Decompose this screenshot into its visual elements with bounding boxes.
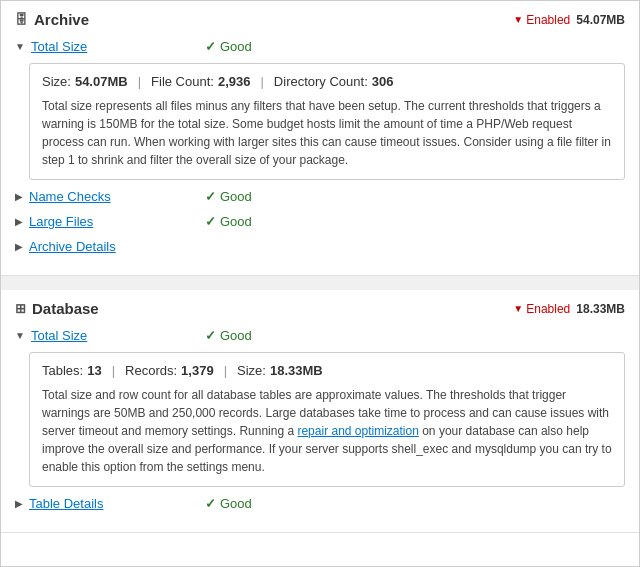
db-size-value: 18.33MB	[270, 363, 323, 378]
archive-large-files-toggle[interactable]: ▶	[15, 216, 23, 227]
db-table-details-header[interactable]: ▶ Table Details ✓ Good	[15, 493, 625, 514]
archive-enabled-label: Enabled	[526, 13, 570, 27]
database-section: ⊞ Database ▼ Enabled 18.33MB ▼ Total Siz…	[1, 290, 639, 533]
db-table-details-status-label: Good	[220, 496, 252, 511]
archive-section-header: 🗄 Archive ▼ Enabled 54.07MB	[15, 11, 625, 28]
db-tables-stat: Tables: 13	[42, 363, 102, 378]
archive-sep1: |	[138, 74, 141, 89]
archive-large-files-status: ✓ Good	[205, 214, 252, 229]
db-size-label: Size:	[237, 363, 266, 378]
archive-large-files-status-label: Good	[220, 214, 252, 229]
database-title-group: ⊞ Database	[15, 300, 99, 317]
db-total-size-header[interactable]: ▼ Total Size ✓ Good	[15, 325, 625, 346]
db-table-details-label-area: ▶ Table Details	[15, 496, 175, 511]
archive-total-size-check-icon: ✓	[205, 39, 216, 54]
database-size: 18.33MB	[576, 302, 625, 316]
main-container: 🗄 Archive ▼ Enabled 54.07MB ▼ Total Size…	[0, 0, 640, 567]
database-enabled-badge: ▼ Enabled	[513, 302, 570, 316]
archive-total-size-description: Total size represents all files minus an…	[42, 97, 612, 169]
db-total-size-link[interactable]: Total Size	[31, 328, 87, 343]
archive-file-count-value: 2,936	[218, 74, 251, 89]
archive-title: Archive	[34, 11, 89, 28]
archive-total-size-status-label: Good	[220, 39, 252, 54]
database-enabled-arrow: ▼	[513, 303, 523, 314]
db-table-details-toggle[interactable]: ▶	[15, 498, 23, 509]
archive-total-size-stats: Size: 54.07MB | File Count: 2,936 | Dire…	[42, 74, 612, 89]
db-records-value: 1,379	[181, 363, 214, 378]
archive-enabled-badge: ▼ Enabled	[513, 13, 570, 27]
db-tables-label: Tables:	[42, 363, 83, 378]
db-size-stat: Size: 18.33MB	[237, 363, 323, 378]
archive-total-size-toggle[interactable]: ▼	[15, 41, 25, 52]
archive-meta: ▼ Enabled 54.07MB	[513, 13, 625, 27]
db-total-size-label-area: ▼ Total Size	[15, 328, 175, 343]
archive-name-checks-check-icon: ✓	[205, 189, 216, 204]
archive-large-files-header[interactable]: ▶ Large Files ✓ Good	[15, 211, 625, 232]
archive-size: 54.07MB	[576, 13, 625, 27]
archive-details-header[interactable]: ▶ Archive Details	[15, 236, 625, 257]
archive-title-group: 🗄 Archive	[15, 11, 89, 28]
archive-large-files-link[interactable]: Large Files	[29, 214, 93, 229]
db-total-size-stats: Tables: 13 | Records: 1,379 | Size: 18.3…	[42, 363, 612, 378]
db-total-size-info-box: Tables: 13 | Records: 1,379 | Size: 18.3…	[29, 352, 625, 487]
archive-total-size-label-area: ▼ Total Size	[15, 39, 175, 54]
database-title: Database	[32, 300, 99, 317]
archive-name-checks-status: ✓ Good	[205, 189, 252, 204]
archive-name-checks-toggle[interactable]: ▶	[15, 191, 23, 202]
db-total-size-row: ▼ Total Size ✓ Good Tables: 13 | Records…	[15, 325, 625, 487]
db-total-size-description: Total size and row count for all databas…	[42, 386, 612, 476]
database-meta: ▼ Enabled 18.33MB	[513, 302, 625, 316]
db-table-details-row: ▶ Table Details ✓ Good	[15, 493, 625, 514]
db-total-size-check-icon: ✓	[205, 328, 216, 343]
archive-dir-count-value: 306	[372, 74, 394, 89]
archive-large-files-row: ▶ Large Files ✓ Good	[15, 211, 625, 232]
db-records-stat: Records: 1,379	[125, 363, 214, 378]
archive-large-files-check-icon: ✓	[205, 214, 216, 229]
db-total-size-status: ✓ Good	[205, 328, 252, 343]
archive-name-checks-row: ▶ Name Checks ✓ Good	[15, 186, 625, 207]
db-sep2: |	[224, 363, 227, 378]
database-icon: ⊞	[15, 301, 26, 316]
archive-file-count-stat: File Count: 2,936	[151, 74, 250, 89]
archive-total-size-info-box: Size: 54.07MB | File Count: 2,936 | Dire…	[29, 63, 625, 180]
archive-size-label: Size:	[42, 74, 71, 89]
archive-size-value: 54.07MB	[75, 74, 128, 89]
db-total-size-toggle[interactable]: ▼	[15, 330, 25, 341]
archive-dir-count-label: Directory Count:	[274, 74, 368, 89]
archive-total-size-header[interactable]: ▼ Total Size ✓ Good	[15, 36, 625, 57]
archive-details-row: ▶ Archive Details	[15, 236, 625, 257]
archive-total-size-link[interactable]: Total Size	[31, 39, 87, 54]
archive-file-count-label: File Count:	[151, 74, 214, 89]
archive-dir-count-stat: Directory Count: 306	[274, 74, 394, 89]
archive-total-size-status: ✓ Good	[205, 39, 252, 54]
archive-details-label-area: ▶ Archive Details	[15, 239, 175, 254]
archive-icon: 🗄	[15, 12, 28, 27]
db-total-size-status-label: Good	[220, 328, 252, 343]
archive-size-stat: Size: 54.07MB	[42, 74, 128, 89]
archive-section: 🗄 Archive ▼ Enabled 54.07MB ▼ Total Size…	[1, 1, 639, 276]
db-sep1: |	[112, 363, 115, 378]
archive-name-checks-label-area: ▶ Name Checks	[15, 189, 175, 204]
archive-name-checks-status-label: Good	[220, 189, 252, 204]
archive-sep2: |	[260, 74, 263, 89]
database-enabled-label: Enabled	[526, 302, 570, 316]
db-table-details-link[interactable]: Table Details	[29, 496, 103, 511]
archive-details-link[interactable]: Archive Details	[29, 239, 116, 254]
db-table-details-check-icon: ✓	[205, 496, 216, 511]
section-gap	[1, 276, 639, 290]
db-records-label: Records:	[125, 363, 177, 378]
db-tables-value: 13	[87, 363, 101, 378]
archive-large-files-label-area: ▶ Large Files	[15, 214, 175, 229]
archive-total-size-row: ▼ Total Size ✓ Good Size: 54.07MB | File	[15, 36, 625, 180]
database-section-header: ⊞ Database ▼ Enabled 18.33MB	[15, 300, 625, 317]
archive-enabled-arrow: ▼	[513, 14, 523, 25]
db-table-details-status: ✓ Good	[205, 496, 252, 511]
archive-name-checks-link[interactable]: Name Checks	[29, 189, 111, 204]
archive-name-checks-header[interactable]: ▶ Name Checks ✓ Good	[15, 186, 625, 207]
archive-details-toggle[interactable]: ▶	[15, 241, 23, 252]
db-repair-link[interactable]: repair and optimization	[297, 424, 418, 438]
